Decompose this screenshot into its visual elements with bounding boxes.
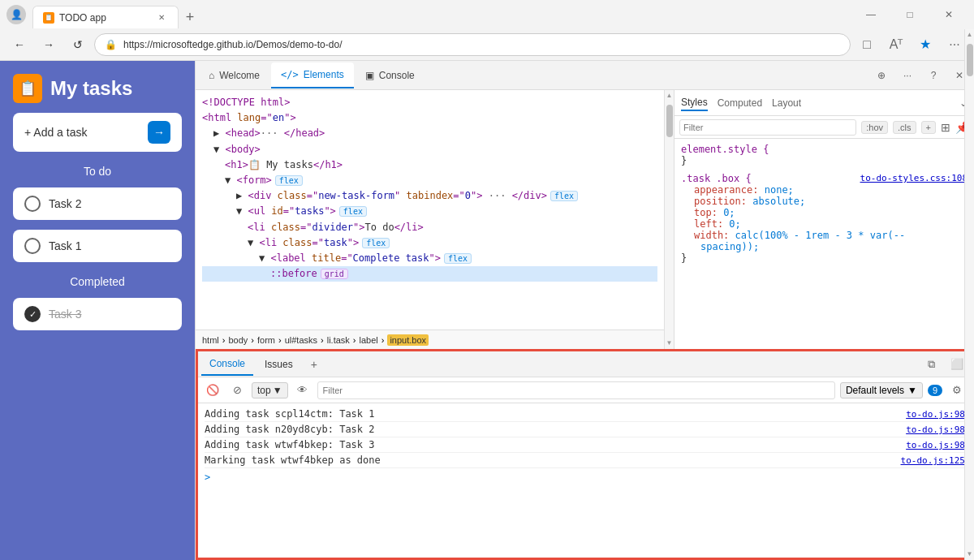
new-tab-button[interactable]: + <box>179 6 201 28</box>
styles-cls-button[interactable]: .cls <box>893 121 916 134</box>
favorites-icon[interactable]: ★ <box>912 32 938 58</box>
styles-scrollbar[interactable]: ▲ ▼ <box>964 90 974 349</box>
console-log-source-4[interactable]: to-do.js:125 <box>901 455 965 466</box>
console-level-selector[interactable]: Default levels ▼ <box>840 382 923 398</box>
scroll-down-arrow[interactable]: ▼ <box>666 338 673 349</box>
back-button[interactable]: ← <box>6 32 32 58</box>
html-node-li-task[interactable]: ▼ <li class="task">flex <box>202 235 657 251</box>
url-text: https://microsoftedge.github.io/Demos/de… <box>123 39 342 50</box>
html-node-label[interactable]: ▼ <label title="Complete task">flex <box>202 251 657 266</box>
console-log-content: Adding task scpl14ctm: Task 1 to-do.js:9… <box>198 403 972 558</box>
console-tab-console[interactable]: Console <box>201 353 253 376</box>
html-node-form[interactable]: ▼ <form>flex <box>202 173 657 188</box>
collection-icon[interactable]: □ <box>854 32 880 58</box>
forward-button[interactable]: → <box>36 32 62 58</box>
scroll-thumb[interactable] <box>666 105 673 137</box>
styles-tab-layout[interactable]: Layout <box>772 96 801 110</box>
task3-text: Task 3 <box>49 308 81 321</box>
console-log-text-1: Adding task scpl14ctm: Task 1 <box>205 408 375 420</box>
console-context-selector[interactable]: top ▼ <box>252 382 288 398</box>
devtools-tab-console[interactable]: ▣ Console <box>356 62 425 88</box>
console-filter-input[interactable] <box>317 381 835 399</box>
console-log-source-3[interactable]: to-do.js:98 <box>906 440 965 450</box>
console-prompt[interactable]: > <box>205 468 965 486</box>
console-dock-button[interactable]: ⧉ <box>920 353 942 376</box>
todo-app-title: My tasks <box>50 77 132 100</box>
task1-checkbox[interactable] <box>24 238 41 254</box>
breadcrumb-input-box[interactable]: input.box <box>387 334 429 346</box>
elements-scrollbar[interactable]: ▲ ▼ <box>664 90 674 349</box>
console-log-entry-1: Adding task scpl14ctm: Task 1 to-do.js:9… <box>205 407 965 422</box>
styles-content: element.style { } .task .box { to-do-sty… <box>674 139 974 349</box>
html-node-before[interactable]: ::beforegrid <box>202 266 657 282</box>
html-node-div-new-task[interactable]: ▶ <div class="new-task-form" tabindex="0… <box>202 188 657 204</box>
html-node-h1[interactable]: <h1>📋 My tasks</h1> <box>202 157 657 173</box>
console-prohibit-button[interactable]: ⊘ <box>227 381 247 400</box>
css-rule-task-box: .task .box { to-do-styles.css:108 appear… <box>681 173 968 264</box>
html-node-body[interactable]: ▼ <body> <box>202 142 657 157</box>
console-eye-button[interactable]: 👁 <box>293 381 312 400</box>
welcome-tab-label: Welcome <box>219 70 260 81</box>
html-node-html[interactable]: <html lang="en"> <box>202 110 657 126</box>
css-selector-element-style[interactable]: element.style { <box>681 144 968 155</box>
task-item-task1[interactable]: Task 1 <box>13 230 182 262</box>
tab-title: TODO app <box>59 12 106 24</box>
console-log-source-1[interactable]: to-do.js:98 <box>906 409 965 420</box>
elements-breadcrumb: html › body › form › ul#tasks › li.task … <box>196 330 664 349</box>
maximize-button[interactable]: □ <box>891 2 929 27</box>
css-source-link-1[interactable]: to-do-styles.css:108 <box>860 173 968 184</box>
active-tab[interactable]: 📋 TODO app ✕ <box>32 6 179 28</box>
console-log-source-2[interactable]: to-do.js:98 <box>906 424 965 435</box>
css-prop-position: position: absolute; <box>681 196 968 207</box>
styles-hov-button[interactable]: :hov <box>861 121 888 134</box>
task2-checkbox[interactable] <box>24 196 41 212</box>
devtools-add-panel-button[interactable]: ⊕ <box>870 64 893 87</box>
styles-add-button[interactable]: + <box>921 121 936 134</box>
task3-checkbox[interactable]: ✓ <box>24 306 41 322</box>
task-item-task2[interactable]: Task 2 <box>13 187 182 220</box>
address-bar[interactable]: 🔒 https://microsoftedge.github.io/Demos/… <box>94 33 851 56</box>
breadcrumb-ul-tasks[interactable]: ul#tasks <box>285 335 317 345</box>
tab-close-button[interactable]: ✕ <box>155 11 168 24</box>
devtools-tab-welcome[interactable]: ⌂ Welcome <box>199 62 269 88</box>
css-prop-width-cont: spacing)); <box>681 241 968 252</box>
devtools-more-button[interactable]: ··· <box>896 64 919 87</box>
styles-tab-computed[interactable]: Computed <box>718 96 762 110</box>
styles-tab-styles[interactable]: Styles <box>681 95 708 111</box>
styles-filter-input[interactable] <box>679 119 856 136</box>
devtools-help-button[interactable]: ? <box>922 64 945 87</box>
html-node-head[interactable]: ▶ <head>··· </head> <box>202 126 657 141</box>
refresh-button[interactable]: ↺ <box>65 32 91 58</box>
devtools-top-tabs: ⌂ Welcome </> Elements ▣ Console ⊕ ··· ?… <box>196 61 974 90</box>
breadcrumb-label[interactable]: label <box>359 335 377 345</box>
console-tab-right-actions: ⧉ ⬜ <box>920 353 968 376</box>
console-tab-issues[interactable]: Issues <box>256 353 301 376</box>
profile-avatar[interactable]: 👤 <box>6 5 26 24</box>
console-level-label: Default levels <box>846 385 904 396</box>
html-node-li-divider[interactable]: <li class="divider">To do</li> <box>202 220 657 235</box>
breadcrumb-form[interactable]: form <box>257 335 275 345</box>
styles-copy-icon[interactable]: ⊞ <box>941 121 950 134</box>
add-task-button[interactable]: + Add a task → <box>13 113 182 152</box>
close-button[interactable]: ✕ <box>930 2 968 27</box>
breadcrumb-li-task[interactable]: li.task <box>327 335 350 345</box>
breadcrumb-body[interactable]: body <box>228 335 248 345</box>
html-node-doctype[interactable]: <!DOCTYPE html> <box>202 95 657 110</box>
breadcrumb-html[interactable]: html <box>202 335 219 345</box>
console-add-tab-button[interactable]: + <box>304 355 324 374</box>
styles-panel: Styles Computed Layout ⌄ :hov .cls + ⊞ 📌 <box>674 90 974 349</box>
css-selector-task-box[interactable]: .task .box { to-do-styles.css:108 <box>681 173 968 184</box>
scroll-up-arrow[interactable]: ▲ <box>666 90 673 101</box>
console-tab-label: Console <box>379 70 415 81</box>
minimize-button[interactable]: — <box>852 2 890 27</box>
elements-html-tree[interactable]: <!DOCTYPE html> <html lang="en"> ▶ <head… <box>196 90 664 330</box>
task2-text: Task 2 <box>49 197 81 210</box>
console-clear-button[interactable]: 🚫 <box>203 381 222 400</box>
console-log-text-3: Adding task wtwf4bkep: Task 3 <box>205 439 375 450</box>
css-prop-left: left: 0; <box>681 218 968 230</box>
task-item-task3[interactable]: ✓ Task 3 <box>13 298 182 330</box>
main-area: 📋 My tasks + Add a task → To do Task 2 T… <box>0 61 974 560</box>
html-node-ul-tasks[interactable]: ▼ <ul id="tasks">flex <box>202 204 657 219</box>
reading-view-icon[interactable]: Aᵀ <box>883 32 909 58</box>
devtools-tab-elements[interactable]: </> Elements <box>271 62 354 88</box>
